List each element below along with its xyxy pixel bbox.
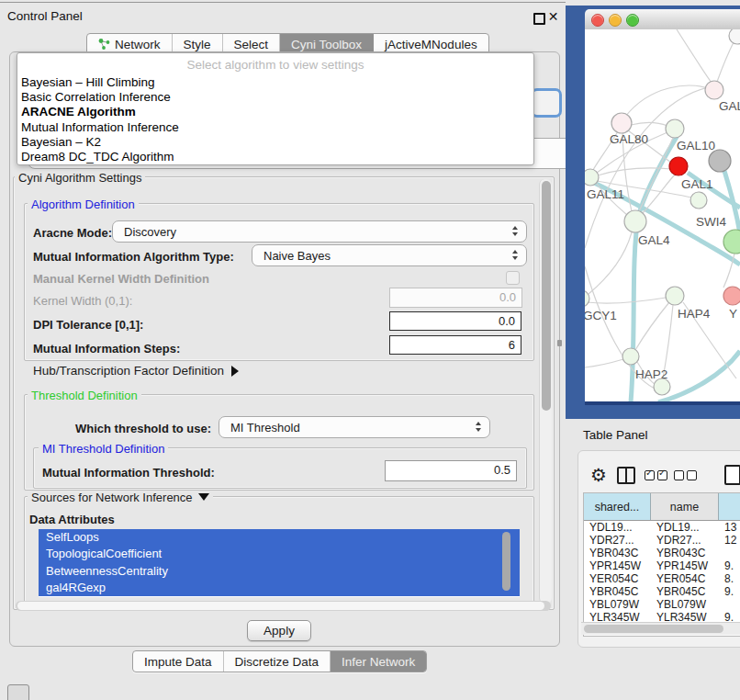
table-cell: YDR27...	[651, 534, 719, 547]
data-attribute-item[interactable]: TopologicalCoefficient	[39, 546, 520, 562]
node-cut-top[interactable]	[729, 29, 740, 44]
mi-threshold-field[interactable]: 0.5	[385, 460, 517, 481]
apply-button[interactable]: Apply	[247, 620, 311, 641]
mi-type-value: Naive Bayes	[263, 249, 331, 263]
zoom-traffic-light-icon[interactable]	[626, 14, 639, 27]
table-row[interactable]: YBR045CYBR045C9.	[584, 585, 740, 598]
node-table[interactable]: shared...nameA YDL19...YDL19...13YDR27..…	[583, 492, 740, 637]
threshold-group-title: Threshold Definition	[28, 389, 141, 402]
table-cell: 9.	[719, 559, 740, 572]
settings-scrollbar-thumb[interactable]	[542, 181, 551, 411]
data-attribute-item[interactable]: SelfLoops	[39, 529, 520, 546]
mi-type-combo[interactable]: Naive Bayes	[252, 244, 527, 266]
float-window-icon[interactable]	[533, 13, 545, 25]
close-icon[interactable]: ✕	[547, 11, 559, 23]
mi-steps-field[interactable]: 6	[389, 335, 521, 355]
gear-icon[interactable]: ⚙	[590, 464, 607, 486]
node-gal80[interactable]	[611, 113, 632, 133]
tab-impute-data[interactable]: Impute Data	[133, 651, 224, 672]
dpi-tolerance-label: DPI Tolerance [0,1]:	[33, 318, 143, 332]
aracne-mode-value: Discovery	[124, 225, 176, 239]
tab-label: Style	[184, 38, 211, 51]
data-attributes-list[interactable]: SelfLoopsTopologicalCoefficientBetweenne…	[39, 529, 520, 597]
bottom-tabbar: Impute Data Discretize Data Infer Networ…	[132, 650, 427, 672]
table-cell: YPR145W	[651, 559, 719, 572]
table-row[interactable]: YER054CYER054C8.	[584, 572, 740, 585]
node-gal1-label: GAL1	[681, 177, 713, 191]
table-row[interactable]: YBR043CYBR043C	[584, 547, 740, 559]
settings-group-title: Cyni Algorithm Settings	[15, 171, 145, 185]
algorithm-option[interactable]: ARACNE Algorithm	[17, 105, 533, 119]
network-canvas[interactable]: GALGAL80GAL10GAL1GAL11GAL4SWI4GCY1HAP4YH…	[585, 29, 740, 401]
settings-scrollbar[interactable]	[539, 179, 552, 604]
deselect-all-columns-icon[interactable]	[674, 469, 700, 483]
node-swi4[interactable]	[723, 230, 740, 254]
table-row[interactable]: YDR27...YDR27...12	[584, 534, 740, 547]
close-traffic-light-icon[interactable]	[591, 14, 604, 27]
split-columns-icon[interactable]	[617, 467, 635, 484]
aracne-mode-combo[interactable]: Discovery	[112, 220, 527, 243]
table-cell: YPR145W	[584, 559, 651, 572]
aracne-mode-label: Aracne Mode:	[33, 226, 112, 240]
algorithm-option[interactable]: Dream8 DC_TDC Algorithm	[17, 150, 533, 164]
settings-hscrollbar[interactable]	[16, 601, 551, 611]
select-all-columns-icon[interactable]: ✓✓	[645, 469, 670, 483]
kernel-width-field[interactable]: 0.0	[389, 288, 522, 308]
algorithm-option[interactable]: Basic Correlation Inference	[17, 90, 533, 105]
node-gray[interactable]	[709, 150, 731, 172]
stepper-arrows-icon	[476, 422, 481, 432]
table-cell: YBL079W	[651, 598, 719, 611]
node-hap2[interactable]	[622, 348, 639, 365]
table-panel-title: Table Panel	[583, 428, 648, 442]
mi-threshold-label: Mutual Information Threshold:	[42, 466, 215, 480]
node-gal11[interactable]	[585, 169, 599, 186]
data-attribute-item[interactable]: BetweennessCentrality	[39, 563, 520, 580]
splitpane-grabber[interactable]	[557, 340, 562, 346]
tab-infer-network[interactable]: Infer Network	[331, 651, 426, 672]
algorithm-option[interactable]: Mutual Information Inference	[17, 120, 533, 135]
tab-label: Impute Data	[144, 655, 212, 669]
table-cell: YER054C	[584, 572, 651, 585]
node-gal10[interactable]	[666, 119, 684, 138]
attributes-scrollbar-thumb[interactable]	[502, 532, 510, 591]
node-gal80-label: GAL80	[610, 132, 648, 146]
table-row[interactable]: YPR145WYPR145W9.	[584, 559, 740, 572]
table-hscrollbar[interactable]	[581, 622, 740, 635]
algorithm-option[interactable]: Bayesian – K2	[17, 135, 533, 150]
sources-group-title[interactable]: Sources for Network Inference	[28, 491, 213, 504]
table-cell: YDL19...	[651, 521, 719, 534]
table-row[interactable]: YBL079WYBL079W	[584, 598, 740, 611]
inference-algorithm-combo-fragment[interactable]	[531, 88, 562, 118]
node-gal1[interactable]	[669, 157, 688, 175]
which-threshold-combo[interactable]: MI Threshold	[219, 416, 490, 438]
table-hscrollbar-thumb[interactable]	[584, 625, 723, 633]
node-gcy1[interactable]	[585, 290, 589, 307]
algorithm-option[interactable]: Bayesian – Hill Climbing	[17, 75, 533, 90]
node-cut-bottom[interactable]	[654, 378, 670, 395]
settings-hscrollbar-thumb[interactable]	[17, 602, 544, 610]
table-column-header[interactable]: name	[651, 493, 719, 520]
table-column-header[interactable]: shared...	[584, 493, 651, 520]
data-attribute-item[interactable]: gal4RGexp	[39, 580, 520, 596]
table-row[interactable]: YDL19...YDL19...13	[584, 521, 740, 534]
node-hap4[interactable]	[666, 287, 684, 305]
minimize-traffic-light-icon[interactable]	[609, 14, 622, 27]
table-column-header[interactable]: A	[719, 493, 740, 520]
node-green-small[interactable]	[690, 192, 707, 209]
node-salmon[interactable]	[723, 287, 740, 305]
node-gcy1-label: GCY1	[585, 309, 617, 322]
node-gal4[interactable]	[624, 210, 646, 232]
document-icon[interactable]	[724, 465, 740, 485]
docked-panel-icon[interactable]	[7, 684, 29, 700]
algorithm-definition-title: Algorithm Definition	[28, 198, 139, 211]
hub-expander[interactable]: Hub/Transcription Factor Definition	[33, 364, 239, 378]
dpi-tolerance-field[interactable]: 0.0	[389, 311, 521, 331]
tab-discretize-data[interactable]: Discretize Data	[224, 651, 331, 672]
mi-type-label: Mutual Information Algorithm Type:	[33, 250, 234, 264]
sources-group-title-label: Sources for Network Inference	[31, 491, 193, 504]
manual-kernel-label: Manual Kernel Width Definition	[33, 272, 209, 286]
node-gal-pink[interactable]	[705, 81, 723, 99]
hub-expander-label: Hub/Transcription Factor Definition	[33, 364, 224, 378]
manual-kernel-checkbox[interactable]	[506, 271, 520, 285]
table-cell: YBR043C	[651, 547, 719, 559]
